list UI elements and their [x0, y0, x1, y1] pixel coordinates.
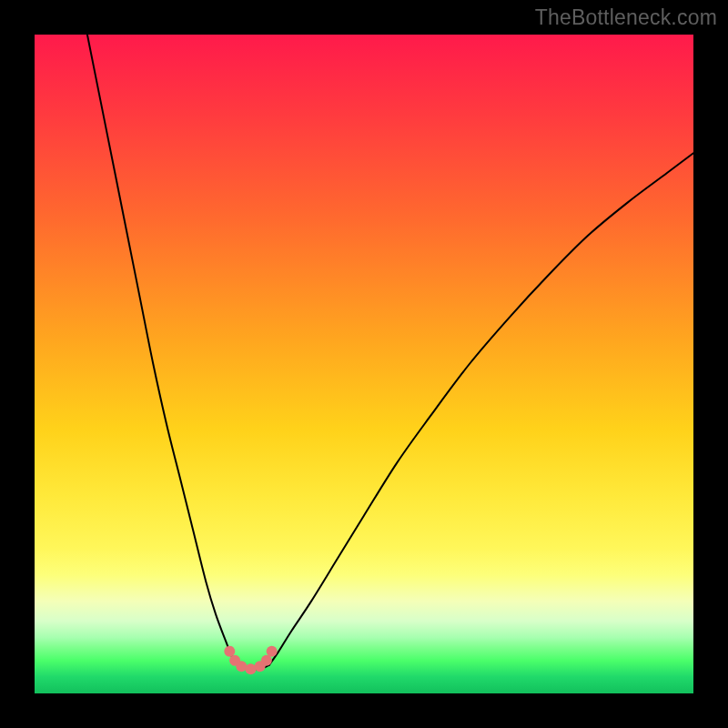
plot-area — [35, 35, 693, 693]
outer-frame: TheBottleneck.com — [0, 0, 728, 728]
watermark-text: TheBottleneck.com — [535, 5, 717, 30]
curve-group — [87, 35, 693, 669]
valley-dot — [267, 646, 278, 657]
valley-dot — [236, 661, 247, 672]
curve-right-branch — [269, 153, 693, 665]
chart-svg — [35, 35, 693, 693]
valley-dots-group — [224, 646, 277, 675]
valley-dot — [224, 646, 235, 657]
valley-dot — [261, 655, 272, 666]
curve-left-branch — [87, 35, 238, 665]
valley-dot — [245, 663, 256, 674]
